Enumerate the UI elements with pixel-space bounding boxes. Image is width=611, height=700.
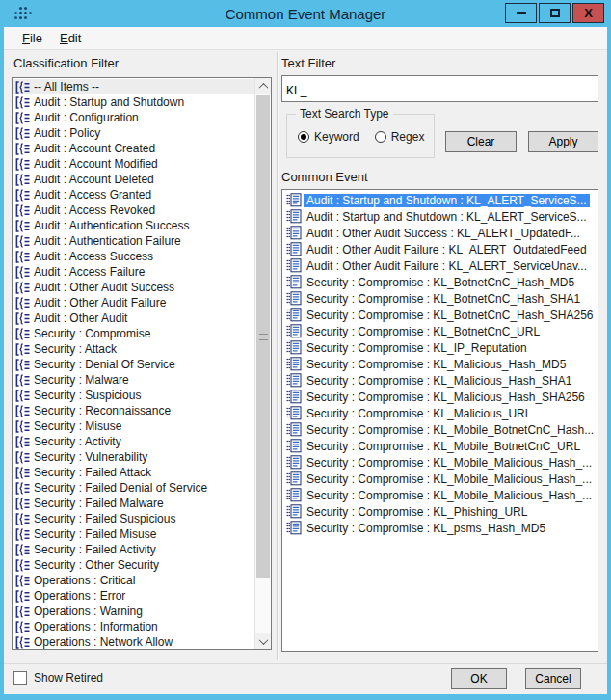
classification-item[interactable]: -- All Items --	[13, 79, 254, 94]
common-event-manager-window: Common Event Manager X File Edit Classif…	[0, 0, 611, 700]
classification-item[interactable]: Audit : Account Deleted	[13, 172, 254, 187]
classification-item[interactable]: Security : Failed Misuse	[13, 526, 254, 542]
common-event-item[interactable]: Security : Compromise : KL_Mobile_Malici…	[283, 487, 597, 503]
common-event-item[interactable]: Security : Compromise : KL_Phishing_URL	[283, 503, 597, 520]
common-event-item[interactable]: Audit : Startup and Shutdown : KL_ALERT_…	[283, 208, 597, 225]
classification-item[interactable]: Security : Failed Malware	[13, 496, 254, 511]
classification-item[interactable]: Audit : Other Audit Failure	[13, 295, 254, 310]
classification-item[interactable]: Audit : Access Granted	[13, 187, 254, 202]
checkbox-icon	[13, 671, 27, 685]
common-event-item[interactable]: Security : Compromise : KL_Mobile_Botnet…	[283, 438, 597, 454]
classification-item[interactable]: Security : Failed Denial of Service	[13, 480, 254, 496]
classification-item[interactable]: Security : Other Security	[13, 557, 254, 573]
event-document-icon	[286, 308, 302, 322]
dialog-body: Classification Filter -- All Items --	[4, 50, 607, 662]
common-event-item[interactable]: Security : Compromise : KL_Mobile_Botnet…	[283, 421, 597, 438]
show-retired-checkbox[interactable]: Show Retired	[13, 671, 103, 685]
classification-item[interactable]: Security : Vulnerability	[13, 449, 254, 465]
common-event-item[interactable]: Security : Compromise : KL_psms_Hash_MD5	[283, 520, 597, 536]
common-event-item[interactable]: Security : Compromise : KL_Mobile_Malici…	[283, 471, 597, 487]
clear-button[interactable]: Clear	[445, 131, 517, 152]
classification-item[interactable]: Security : Suspicious	[13, 388, 254, 403]
classification-item[interactable]: Security : Reconnaissance	[13, 403, 254, 418]
event-document-icon	[286, 504, 302, 519]
classification-item-label: Security : Failed Activity	[31, 543, 159, 556]
cancel-button[interactable]: Cancel	[525, 668, 581, 689]
classification-item[interactable]: Security : Failed Attack	[13, 465, 254, 480]
common-event-item[interactable]: Security : Compromise : KL_BotnetCnC_Has…	[283, 290, 597, 307]
titlebar: Common Event Manager X	[4, 0, 607, 27]
common-event-item-label: Security : Compromise : KL_Mobile_Malici…	[304, 456, 595, 470]
common-event-item[interactable]: Security : Compromise : KL_Mobile_Malici…	[283, 454, 597, 471]
classification-item[interactable]: Audit : Authentication Failure	[13, 233, 254, 249]
classification-item[interactable]: Audit : Access Revoked	[13, 202, 254, 218]
classification-item[interactable]: Security : Failed Suspicious	[13, 511, 254, 526]
ok-button[interactable]: OK	[451, 668, 507, 689]
classification-item[interactable]: Security : Activity	[13, 434, 254, 449]
keyword-radio[interactable]: Keyword	[298, 130, 359, 144]
common-event-item[interactable]: Security : Compromise : KL_BotnetCnC_Has…	[283, 274, 597, 290]
maximize-button[interactable]	[539, 3, 571, 23]
classification-list-icon	[15, 482, 31, 495]
classification-item[interactable]: Audit : Access Success	[13, 249, 254, 264]
event-document-icon	[286, 226, 302, 240]
classification-item[interactable]: Audit : Access Failure	[13, 264, 254, 280]
classification-item[interactable]: Audit : Policy	[13, 125, 254, 141]
classification-item[interactable]: Operations : Warning	[13, 604, 254, 619]
minimize-button[interactable]	[505, 3, 537, 23]
scroll-up-button[interactable]	[255, 78, 271, 94]
common-event-item[interactable]: Audit : Other Audit Success : KL_ALERT_U…	[283, 225, 597, 241]
common-event-item[interactable]: Audit : Other Audit Failure : KL_ALERT_O…	[283, 241, 597, 257]
classification-item[interactable]: Audit : Other Audit	[13, 310, 254, 326]
common-event-label: Common Event	[281, 170, 368, 184]
common-event-item[interactable]: Security : Compromise : KL_Malicious_Has…	[283, 372, 597, 389]
close-button[interactable]: X	[572, 3, 604, 23]
menu-edit[interactable]: Edit	[51, 29, 90, 47]
classification-item-label: Security : Failed Denial of Service	[31, 481, 210, 495]
common-event-item-label: Security : Compromise : KL_BotnetCnC_URL	[304, 325, 543, 338]
classification-filter-label: Classification Filter	[13, 56, 119, 70]
classification-item[interactable]: Audit : Account Created	[13, 141, 254, 156]
apply-button[interactable]: Apply	[528, 131, 598, 152]
common-event-item[interactable]: Audit : Startup and Shutdown : KL_ALERT_…	[283, 192, 597, 208]
classification-list-icon	[15, 112, 31, 124]
classification-item[interactable]: Security : Denial Of Service	[13, 357, 254, 372]
common-event-item[interactable]: Security : Compromise : KL_Malicious_URL	[283, 405, 597, 421]
classification-item[interactable]: Operations : Network Allow	[13, 634, 254, 650]
classification-scrollbar[interactable]	[254, 78, 271, 649]
common-event-item[interactable]: Security : Compromise : KL_Malicious_Has…	[283, 356, 597, 372]
classification-item[interactable]: Operations : Information	[13, 619, 254, 634]
classification-item[interactable]: Security : Malware	[13, 372, 254, 388]
classification-item[interactable]: Security : Compromise	[13, 326, 254, 341]
classification-item[interactable]: Audit : Authentication Success	[13, 218, 254, 233]
common-event-item[interactable]: Security : Compromise : KL_BotnetCnC_URL	[283, 323, 597, 339]
scroll-down-button[interactable]	[255, 633, 271, 649]
classification-item-label: Audit : Access Failure	[31, 265, 147, 279]
classification-item[interactable]: Security : Misuse	[13, 418, 254, 434]
common-event-item-label: Audit : Startup and Shutdown : KL_ALERT_…	[304, 194, 590, 207]
text-filter-input[interactable]	[281, 75, 598, 102]
classification-item[interactable]: Operations : Critical	[13, 573, 254, 588]
common-event-item[interactable]: Security : Compromise : KL_BotnetCnC_Has…	[283, 307, 597, 323]
show-retired-label: Show Retired	[34, 671, 103, 685]
classification-list-icon	[15, 220, 31, 232]
classification-item[interactable]: Security : Failed Activity	[13, 542, 254, 557]
regex-radio[interactable]: Regex	[375, 130, 425, 144]
classification-list-icon	[15, 96, 31, 109]
classification-list-icon	[15, 235, 31, 248]
common-event-item[interactable]: Security : Compromise : KL_IP_Reputation	[283, 339, 597, 356]
classification-item[interactable]: Audit : Configuration	[13, 110, 254, 125]
classification-list-icon	[15, 405, 31, 417]
common-event-item[interactable]: Security : Compromise : KL_Malicious_Has…	[283, 389, 597, 405]
classification-item[interactable]: Audit : Startup and Shutdown	[13, 94, 254, 110]
classification-item-label: Audit : Authentication Success	[31, 219, 192, 232]
classification-item[interactable]: Operations : Error	[13, 588, 254, 604]
common-event-item-label: Security : Compromise : KL_Malicious_Has…	[304, 390, 588, 404]
menu-file[interactable]: File	[13, 29, 51, 47]
event-document-icon	[286, 471, 302, 486]
classification-item[interactable]: Audit : Other Audit Success	[13, 280, 254, 295]
common-event-item[interactable]: Audit : Other Audit Failure : KL_ALERT_S…	[283, 257, 597, 274]
classification-item[interactable]: Audit : Account Modified	[13, 156, 254, 172]
scrollbar-thumb[interactable]	[256, 95, 270, 578]
classification-item[interactable]: Security : Attack	[13, 341, 254, 357]
